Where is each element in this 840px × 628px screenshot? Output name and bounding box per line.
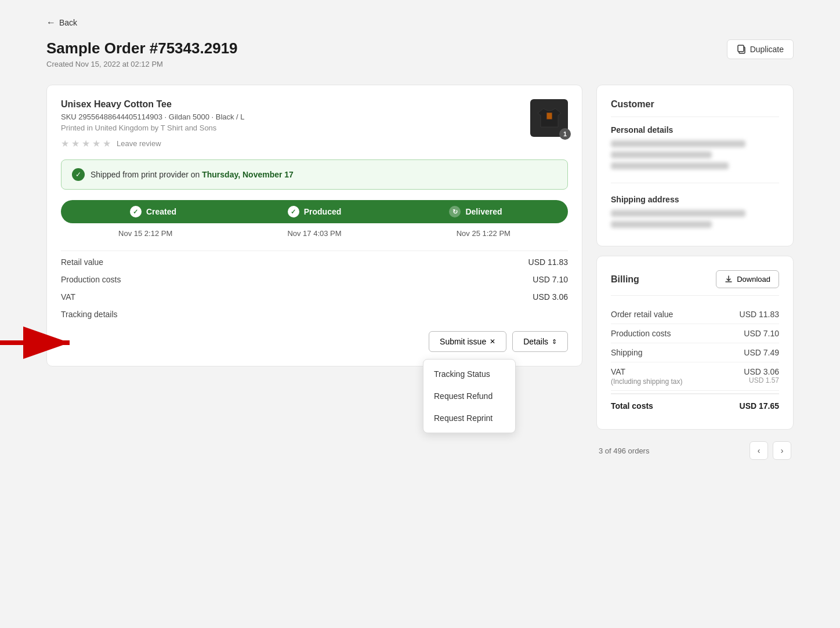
shipping-line-1 [611,210,745,217]
progress-bar: ✓ Created ✓ Produced ↻ Delivered [61,200,568,223]
delivered-spin-icon: ↻ [449,206,461,217]
shipped-check-icon: ✓ [72,168,85,181]
download-button[interactable]: Download [716,270,779,288]
personal-detail-line-3 [611,162,729,169]
star-2: ★ [71,138,79,149]
leave-review-link[interactable]: Leave review [117,139,161,148]
red-arrow-svg [0,325,78,360]
billing-row-vat: VAT (Including shipping tax) USD 3.06 US… [611,362,779,391]
star-4: ★ [92,138,100,149]
red-arrow-indicator [0,325,78,362]
pagination-info: 3 of 496 orders [599,447,649,455]
personal-detail-line-2 [611,151,712,158]
date-produced: Nov 17 4:03 PM [230,229,399,238]
quantity-badge: 1 [559,128,571,140]
order-info: Sample Order #75343.2919 Created Nov 15,… [46,39,238,68]
cost-vat: VAT USD 3.06 [61,288,568,306]
svg-rect-1 [738,45,744,52]
dropdown-item-tracking[interactable]: Tracking Status [423,363,515,385]
product-printed-by: Printed in United Kingdom by T Shirt and… [61,124,530,132]
product-card: Unisex Heavy Cotton Tee SKU 295564886444… [46,85,582,366]
duplicate-button[interactable]: Duplicate [727,39,794,59]
pagination: 3 of 496 orders ‹ › [596,441,794,460]
submit-icon: ✕ [490,337,495,346]
product-name: Unisex Heavy Cotton Tee [61,99,530,110]
produced-check-icon: ✓ [288,206,299,217]
progress-dates: Nov 15 2:12 PM Nov 17 4:03 PM Nov 25 1:2… [61,229,568,238]
date-delivered: Nov 25 1:22 PM [399,229,568,238]
customer-card: Customer Personal details Shipping addre… [596,85,794,246]
step-delivered: ↻ Delivered [395,206,556,217]
personal-details-section: Personal details [611,125,779,183]
product-sku: SKU 29556488644405114903 · Gildan 5000 ·… [61,112,530,121]
pagination-next-button[interactable]: › [773,441,791,460]
personal-details-title: Personal details [611,125,779,135]
left-column: Unisex Heavy Cotton Tee SKU 295564886444… [46,85,582,376]
submit-issue-button[interactable]: Submit issue ✕ [429,331,506,352]
date-created: Nov 15 2:12 PM [61,229,230,238]
billing-card: Billing Download Order retail value USD … [596,256,794,430]
order-date: Created Nov 15, 2022 at 02:12 PM [46,60,238,68]
cost-tracking: Tracking details [61,306,568,323]
billing-title: Billing [611,274,639,285]
star-5: ★ [103,138,111,149]
back-button[interactable]: ← Back [46,17,77,28]
download-icon [725,275,733,284]
shipping-address-section: Shipping address [611,195,779,228]
main-layout: Unisex Heavy Cotton Tee SKU 295564886444… [46,85,794,460]
back-label: Back [59,18,77,27]
dropdown-item-reprint[interactable]: Request Reprint [423,407,515,429]
step-created: ✓ Created [73,206,234,217]
product-info: Unisex Heavy Cotton Tee SKU 295564886444… [61,99,530,149]
step-produced: ✓ Produced [234,206,395,217]
product-header: Unisex Heavy Cotton Tee SKU 295564886444… [61,99,568,149]
billing-header: Billing Download [611,270,779,296]
created-check-icon: ✓ [130,206,142,217]
billing-row-retail: Order retail value USD 11.83 [611,305,779,324]
cost-retail: Retail value USD 11.83 [61,253,568,271]
shipping-address-title: Shipping address [611,195,779,204]
back-arrow-icon: ← [46,17,56,28]
shipped-banner: ✓ Shipped from print provider on Thursda… [61,159,568,190]
cost-divider-top [61,251,568,251]
billing-row-total: Total costs USD 17.65 [611,393,779,415]
product-image-wrap: 1 [530,99,568,137]
pagination-prev-button[interactable]: ‹ [750,441,768,460]
details-button[interactable]: Details ⇕ [512,331,568,352]
shipping-line-2 [611,221,712,228]
personal-detail-line-1 [611,140,745,147]
star-1: ★ [61,138,69,149]
customer-section-title: Customer [611,99,779,117]
actions-row: Submit issue ✕ Details ⇕ Tracking Status… [61,331,568,352]
submit-issue-dropdown: Tracking Status Request Refund Request R… [423,359,516,433]
shipped-text: Shipped from print provider on Thursday,… [90,170,294,179]
billing-row-shipping: Shipping USD 7.49 [611,343,779,362]
cost-production: Production costs USD 7.10 [61,271,568,288]
details-chevron-icon: ⇕ [552,338,557,346]
duplicate-icon [737,45,746,54]
billing-row-production: Production costs USD 7.10 [611,324,779,343]
right-column: Customer Personal details Shipping addre… [596,85,794,460]
star-3: ★ [82,138,90,149]
page-header: Sample Order #75343.2919 Created Nov 15,… [46,39,794,68]
rating-stars: ★ ★ ★ ★ ★ Leave review [61,138,530,149]
order-title: Sample Order #75343.2919 [46,39,238,57]
svg-rect-3 [547,113,552,119]
tshirt-icon [535,104,564,133]
pagination-buttons: ‹ › [750,441,791,460]
dropdown-item-refund[interactable]: Request Refund [423,385,515,407]
